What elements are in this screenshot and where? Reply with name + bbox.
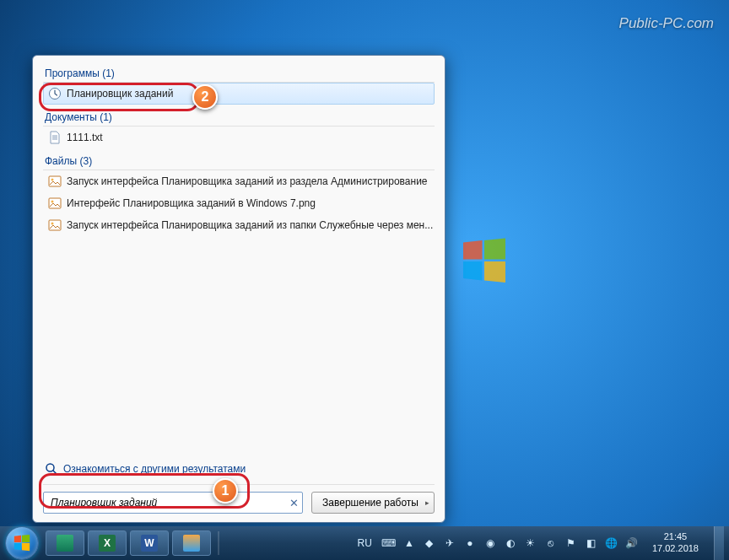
image-icon [48, 175, 62, 188]
tray-icon[interactable]: ◆ [423, 536, 436, 550]
show-desktop-button[interactable] [714, 526, 724, 560]
svg-rect-1 [49, 176, 61, 186]
svg-point-4 [51, 201, 54, 203]
document-icon [48, 131, 62, 144]
result-document[interactable]: 1111.txt [43, 127, 435, 148]
svg-point-6 [51, 223, 54, 225]
search-results: Программы (1) Планировщик заданий Докуме… [43, 66, 435, 459]
image-icon [48, 197, 62, 210]
result-label: Запуск интерфейса Планировщика заданий и… [67, 219, 433, 231]
taskbar-app-word[interactable]: W [130, 530, 169, 556]
tray-network-icon[interactable]: 🌐 [605, 536, 618, 550]
search-row: ✕ Завершение работы [43, 484, 435, 514]
taskbar-clock[interactable]: 21:45 17.02.2018 [652, 531, 699, 555]
svg-rect-5 [49, 220, 61, 230]
start-button[interactable] [5, 526, 39, 560]
category-programs: Программы (1) [43, 66, 435, 83]
result-label: Запуск интерфейса Планировщика заданий и… [67, 175, 428, 187]
result-label: Планировщик заданий [67, 88, 173, 100]
search-icon [45, 462, 58, 476]
taskbar-app-excel[interactable]: X [88, 530, 127, 556]
tray-chevron-up-icon[interactable]: ▲ [402, 536, 416, 550]
annotation-badge-2: 2 [192, 84, 218, 110]
search-input[interactable] [43, 492, 303, 514]
clock-time: 21:45 [652, 531, 699, 543]
result-label: 1111.txt [67, 132, 103, 143]
result-task-scheduler[interactable]: Планировщик заданий [43, 83, 435, 105]
svg-point-2 [51, 179, 54, 181]
clock-date: 17.02.2018 [652, 543, 699, 555]
result-file[interactable]: Запуск интерфейса Планировщика заданий и… [43, 214, 435, 236]
windows-logo-desktop [459, 236, 510, 287]
category-documents: Документы (1) [43, 110, 435, 127]
taskbar-app-1[interactable] [46, 530, 84, 556]
tray-shield-icon[interactable]: ◉ [483, 536, 497, 550]
tray-network-icon[interactable]: ⎋ [544, 536, 558, 550]
shutdown-button[interactable]: Завершение работы [311, 492, 435, 514]
tray-icon[interactable]: ◧ [585, 536, 598, 550]
windows-logo-icon [13, 534, 31, 552]
tray-flag-icon[interactable]: ⚑ [564, 536, 578, 550]
tray-telegram-icon[interactable]: ✈ [443, 536, 456, 550]
clear-search-icon[interactable]: ✕ [289, 497, 299, 509]
result-label: Интерфейс Планировщика заданий в Windows… [67, 197, 316, 209]
watermark: Public-PC.com [619, 15, 714, 32]
category-files: Файлы (3) [43, 153, 435, 170]
svg-rect-3 [49, 198, 61, 208]
tray-icon[interactable]: ● [463, 536, 477, 550]
system-tray: RU ⌨ ▲ ◆ ✈ ● ◉ ◐ ☀ ⎋ ⚑ ◧ 🌐 🔊 21:45 17.02… [358, 526, 724, 560]
tray-keyboard-icon[interactable]: ⌨ [382, 536, 396, 550]
see-more-label: Ознакомиться с другими результатами [63, 463, 246, 475]
taskbar-separator [218, 531, 219, 555]
language-indicator[interactable]: RU [358, 537, 372, 549]
tray-icon[interactable]: ☀ [524, 536, 537, 550]
image-icon [48, 218, 62, 232]
clock-icon [48, 87, 62, 100]
result-file[interactable]: Запуск интерфейса Планировщика заданий и… [43, 170, 435, 192]
tray-icon[interactable]: ◐ [504, 536, 517, 550]
annotation-badge-1: 1 [213, 478, 238, 503]
tray-volume-icon[interactable]: 🔊 [625, 536, 639, 550]
see-more-results-link[interactable]: Ознакомиться с другими результатами [43, 459, 435, 484]
taskbar-app-4[interactable] [172, 530, 211, 556]
result-file[interactable]: Интерфейс Планировщика заданий в Windows… [43, 192, 435, 214]
taskbar: X W RU ⌨ ▲ ◆ ✈ ● ◉ ◐ ☀ ⎋ ⚑ ◧ 🌐 🔊 21:45 1… [0, 526, 729, 560]
start-menu-panel: Программы (1) Планировщик заданий Докуме… [32, 55, 446, 523]
